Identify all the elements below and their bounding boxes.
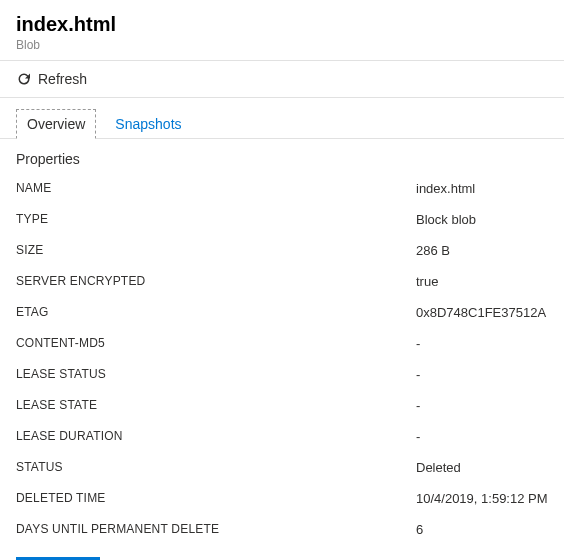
- property-row: CONTENT-MD5-: [16, 328, 548, 359]
- property-value: 10/4/2019, 1:59:12 PM: [416, 491, 548, 506]
- property-row: LEASE STATE-: [16, 390, 548, 421]
- tab-snapshots[interactable]: Snapshots: [104, 109, 192, 139]
- properties-heading: Properties: [0, 139, 564, 173]
- property-row: SIZE286 B: [16, 235, 548, 266]
- property-value: 6: [416, 522, 548, 537]
- properties-list: NAMEindex.htmlTYPEBlock blobSIZE286 BSER…: [0, 173, 564, 545]
- page-title: index.html: [16, 12, 548, 36]
- refresh-icon: [16, 71, 32, 87]
- property-row: TYPEBlock blob: [16, 204, 548, 235]
- property-row: SERVER ENCRYPTEDtrue: [16, 266, 548, 297]
- property-row: STATUSDeleted: [16, 452, 548, 483]
- footer: Undelete: [0, 545, 564, 560]
- property-value: true: [416, 274, 548, 289]
- property-label: LEASE STATUS: [16, 367, 416, 382]
- tabs: Overview Snapshots: [0, 98, 564, 139]
- property-label: ETAG: [16, 305, 416, 320]
- tab-overview[interactable]: Overview: [16, 109, 96, 139]
- property-label: LEASE STATE: [16, 398, 416, 413]
- property-value: Block blob: [416, 212, 548, 227]
- property-row: DELETED TIME10/4/2019, 1:59:12 PM: [16, 483, 548, 514]
- property-row: NAMEindex.html: [16, 173, 548, 204]
- property-value: -: [416, 398, 548, 413]
- property-value: Deleted: [416, 460, 548, 475]
- property-row: LEASE DURATION-: [16, 421, 548, 452]
- property-label: TYPE: [16, 212, 416, 227]
- property-row: LEASE STATUS-: [16, 359, 548, 390]
- property-label: DELETED TIME: [16, 491, 416, 506]
- property-value: 0x8D748C1FE37512A: [416, 305, 548, 320]
- toolbar: Refresh: [0, 61, 564, 98]
- property-label: NAME: [16, 181, 416, 196]
- property-value: index.html: [416, 181, 548, 196]
- property-label: SERVER ENCRYPTED: [16, 274, 416, 289]
- refresh-label: Refresh: [38, 71, 87, 87]
- property-label: LEASE DURATION: [16, 429, 416, 444]
- refresh-button[interactable]: Refresh: [16, 71, 87, 87]
- page-subtitle: Blob: [16, 38, 548, 52]
- property-row: ETAG0x8D748C1FE37512A: [16, 297, 548, 328]
- page-header: index.html Blob: [0, 0, 564, 61]
- property-value: 286 B: [416, 243, 548, 258]
- property-row: DAYS UNTIL PERMANENT DELETE6: [16, 514, 548, 545]
- property-label: STATUS: [16, 460, 416, 475]
- property-label: DAYS UNTIL PERMANENT DELETE: [16, 522, 416, 537]
- property-label: CONTENT-MD5: [16, 336, 416, 351]
- property-value: -: [416, 336, 548, 351]
- property-label: SIZE: [16, 243, 416, 258]
- property-value: -: [416, 429, 548, 444]
- property-value: -: [416, 367, 548, 382]
